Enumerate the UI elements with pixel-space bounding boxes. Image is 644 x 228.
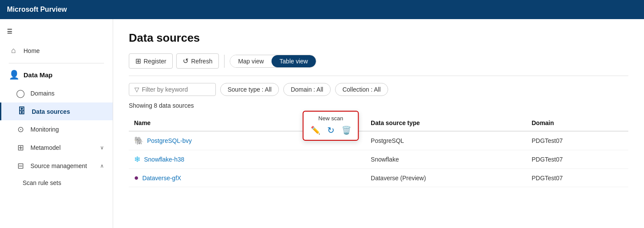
action-cell-1: New scan ✏️ ↻ 🗑️ [296,131,366,150]
source-name-text: Snowflake-h38 [144,156,184,163]
action-cell-3 [296,169,366,187]
col-type: Data source type [366,115,527,131]
snowflake-icon: ❄ [134,155,141,164]
topbar: Microsoft Purview [0,0,644,19]
postgres-icon: 🐘 [134,136,144,145]
metamodel-chevron: ∨ [100,145,104,151]
col-domain: Domain [527,115,628,131]
domain-cell: PDGTest07 [527,131,628,150]
source-type-cell: Snowflake [366,150,527,169]
register-label: Register [144,58,166,65]
app-title: Microsoft Purview [7,6,67,13]
filters-bar: ▽ Source type : All Domain : All Collect… [129,83,628,96]
domain-label: Domain : All [291,86,323,93]
popup-actions: ✏️ ↻ 🗑️ [310,124,352,136]
collection-filter[interactable]: Collection : All [335,83,388,96]
col-name: Name [129,115,296,131]
action-cell-2 [296,150,366,169]
collection-label: Collection : All [342,86,381,93]
keyword-filter[interactable]: ▽ [129,83,216,96]
table-view-button[interactable]: Table view [272,55,315,67]
sidebar-item-monitoring[interactable]: ⊙ Monitoring [0,120,113,139]
dataverse-icon: ● [134,173,139,182]
view-toggle: Map view Table view [230,55,316,68]
scan-icon: ↻ [327,126,335,135]
hamburger-icon: ☰ [7,28,13,35]
source-type-cell: Dataverse (Preview) [366,169,527,187]
domain-filter[interactable]: Domain : All [283,83,331,96]
register-button[interactable]: ⊞ Register [129,53,173,69]
sidebar-label-metamodel: Metamodel [30,144,60,151]
domains-icon: ◯ [16,89,25,98]
table-row: 🐘 PostgreSQL-bvy New scan ✏️ [129,131,628,150]
action-popup: New scan ✏️ ↻ 🗑️ [303,111,359,141]
scan-button[interactable]: ↻ [326,124,335,136]
source-name-text: PostgreSQL-bvy [147,137,192,144]
sidebar-label-domains: Domains [30,90,54,97]
sidebar-label-scan-rule-sets: Scan rule sets [23,179,61,186]
sidebar-item-home[interactable]: ⌂ Home [0,42,113,59]
delete-button[interactable]: 🗑️ [341,125,352,136]
refresh-icon: ↺ [183,57,188,65]
showing-count: Showing 8 data sources [129,102,628,109]
sidebar-label-monitoring: Monitoring [30,126,59,133]
edit-icon: ✏️ [311,126,320,135]
delete-icon: 🗑️ [342,126,351,135]
sidebar: ☰ ⌂ Home 👤 Data Map ◯ Domains 🗄 Data sou… [0,19,113,228]
table-body: 🐘 PostgreSQL-bvy New scan ✏️ [129,131,628,187]
map-view-label: Map view [238,58,264,65]
data-map-icon: 👤 [9,69,18,80]
hamburger-button[interactable]: ☰ [0,24,113,38]
source-name-cell: ❄ Snowflake-h38 [129,150,296,169]
refresh-button[interactable]: ↺ Refresh [176,53,219,69]
source-name-text: Dataverse-gfX [142,175,181,182]
sidebar-item-source-management[interactable]: ⊟ Source management ∧ [0,157,113,175]
table-header: Name Data source type Domain [129,115,628,131]
source-name-link[interactable]: 🐘 PostgreSQL-bvy [134,136,291,145]
sidebar-divider-1 [9,63,104,63]
sidebar-item-metamodel[interactable]: ⊞ Metamodel ∨ [0,139,113,157]
main-layout: ☰ ⌂ Home 👤 Data Map ◯ Domains 🗄 Data sou… [0,19,644,228]
table-view-label: Table view [279,58,308,65]
filter-icon: ▽ [134,86,139,93]
source-management-chevron: ∧ [100,163,104,169]
data-sources-table: Name Data source type Domain 🐘 PostgreSQ… [129,115,628,187]
sidebar-label-data-sources: Data sources [32,108,70,115]
sidebar-label-data-map: Data Map [23,71,53,79]
table-row: ● Dataverse-gfX Dataverse (Preview) PDGT… [129,169,628,187]
toolbar: ⊞ Register ↺ Refresh Map view Table view [129,53,628,76]
toolbar-divider [224,55,225,68]
refresh-label: Refresh [191,58,212,65]
source-name-link[interactable]: ● Dataverse-gfX [134,173,291,182]
metamodel-icon: ⊞ [16,143,25,152]
table-row: ❄ Snowflake-h38 Snowflake PDGTest07 [129,150,628,169]
monitoring-icon: ⊙ [16,125,25,134]
map-view-button[interactable]: Map view [230,55,272,67]
sidebar-item-data-map[interactable]: 👤 Data Map [0,67,113,84]
sidebar-item-data-sources[interactable]: 🗄 Data sources [0,102,113,120]
source-type-cell: PostgreSQL [366,131,527,150]
source-management-icon: ⊟ [16,161,25,171]
sidebar-label-source-management: Source management [30,162,87,169]
source-type-label: Source type : All [228,86,272,93]
edit-button[interactable]: ✏️ [310,125,321,136]
page-title: Data sources [129,31,628,45]
sidebar-item-domains[interactable]: ◯ Domains [0,84,113,102]
source-name-cell: 🐘 PostgreSQL-bvy [129,131,296,150]
domain-cell: PDGTest07 [527,150,628,169]
sidebar-item-scan-rule-sets[interactable]: Scan rule sets [0,175,113,191]
content-area: Data sources ⊞ Register ↺ Refresh Map vi… [113,19,644,228]
new-scan-label: New scan [319,115,343,122]
sidebar-label-home: Home [23,47,40,54]
home-icon: ⌂ [9,46,18,55]
source-name-link[interactable]: ❄ Snowflake-h38 [134,155,291,164]
domain-cell: PDGTest07 [527,169,628,187]
keyword-input[interactable] [142,86,207,93]
source-type-filter[interactable]: Source type : All [220,83,279,96]
register-icon: ⊞ [135,57,141,65]
source-name-cell: ● Dataverse-gfX [129,169,296,187]
data-sources-icon: 🗄 [17,107,27,116]
